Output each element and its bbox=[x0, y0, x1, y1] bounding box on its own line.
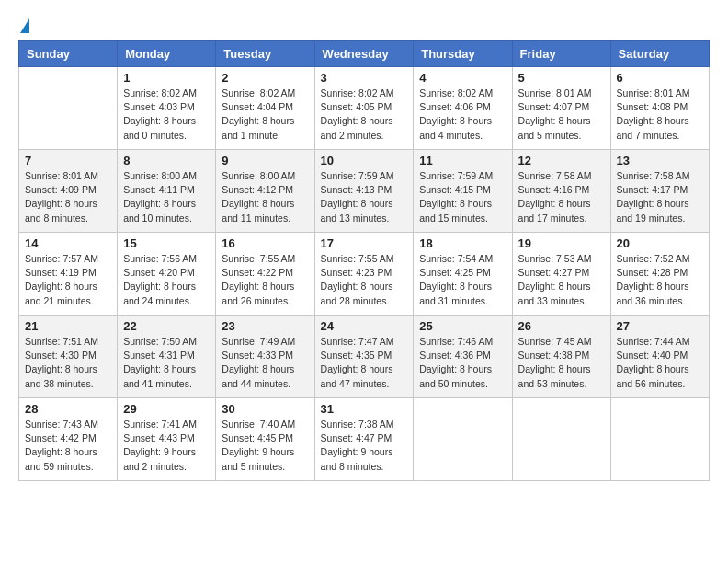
day-info: Sunrise: 8:02 AM Sunset: 4:05 PM Dayligh… bbox=[321, 86, 408, 143]
day-info: Sunrise: 7:59 AM Sunset: 4:13 PM Dayligh… bbox=[321, 169, 408, 225]
calendar-cell: 15Sunrise: 7:56 AM Sunset: 4:20 PM Dayli… bbox=[118, 233, 216, 316]
day-number: 3 bbox=[321, 71, 408, 85]
day-number: 17 bbox=[321, 236, 408, 250]
calendar-cell: 7Sunrise: 8:01 AM Sunset: 4:09 PM Daylig… bbox=[19, 150, 118, 233]
calendar-week-row: 1Sunrise: 8:02 AM Sunset: 4:03 PM Daylig… bbox=[19, 67, 710, 150]
calendar-cell: 19Sunrise: 7:53 AM Sunset: 4:27 PM Dayli… bbox=[512, 233, 610, 316]
calendar-cell: 18Sunrise: 7:54 AM Sunset: 4:25 PM Dayli… bbox=[414, 233, 512, 316]
day-number: 26 bbox=[518, 319, 605, 333]
calendar-cell: 3Sunrise: 8:02 AM Sunset: 4:05 PM Daylig… bbox=[314, 67, 414, 150]
calendar-cell: 30Sunrise: 7:40 AM Sunset: 4:45 PM Dayli… bbox=[216, 398, 314, 481]
calendar-header-tuesday: Tuesday bbox=[216, 41, 314, 67]
calendar-cell bbox=[414, 398, 512, 481]
day-number: 31 bbox=[321, 402, 408, 416]
calendar-cell: 17Sunrise: 7:55 AM Sunset: 4:23 PM Dayli… bbox=[314, 233, 414, 316]
calendar-header-friday: Friday bbox=[512, 41, 610, 67]
day-number: 27 bbox=[617, 319, 703, 333]
calendar-cell: 16Sunrise: 7:55 AM Sunset: 4:22 PM Dayli… bbox=[216, 233, 314, 316]
day-number: 23 bbox=[222, 319, 308, 333]
calendar-cell: 11Sunrise: 7:59 AM Sunset: 4:15 PM Dayli… bbox=[414, 150, 512, 233]
day-number: 12 bbox=[518, 154, 605, 167]
day-number: 16 bbox=[222, 236, 308, 250]
day-number: 11 bbox=[419, 154, 506, 167]
day-number: 30 bbox=[222, 402, 308, 416]
day-info: Sunrise: 8:02 AM Sunset: 4:06 PM Dayligh… bbox=[419, 86, 506, 143]
day-number: 9 bbox=[222, 154, 308, 167]
calendar-header-wednesday: Wednesday bbox=[314, 41, 414, 67]
calendar-cell: 27Sunrise: 7:44 AM Sunset: 4:40 PM Dayli… bbox=[610, 316, 709, 398]
day-info: Sunrise: 7:47 AM Sunset: 4:35 PM Dayligh… bbox=[321, 335, 408, 391]
day-info: Sunrise: 8:00 AM Sunset: 4:11 PM Dayligh… bbox=[123, 169, 210, 225]
logo bbox=[18, 18, 29, 33]
day-number: 10 bbox=[321, 154, 408, 167]
day-number: 6 bbox=[617, 71, 703, 85]
calendar-cell: 22Sunrise: 7:50 AM Sunset: 4:31 PM Dayli… bbox=[118, 316, 216, 398]
day-number: 19 bbox=[518, 236, 605, 250]
day-info: Sunrise: 7:40 AM Sunset: 4:45 PM Dayligh… bbox=[222, 418, 308, 474]
day-number: 1 bbox=[123, 71, 210, 85]
day-info: Sunrise: 7:59 AM Sunset: 4:15 PM Dayligh… bbox=[419, 169, 506, 225]
day-info: Sunrise: 8:02 AM Sunset: 4:03 PM Dayligh… bbox=[123, 86, 210, 143]
calendar-cell: 5Sunrise: 8:01 AM Sunset: 4:07 PM Daylig… bbox=[512, 67, 610, 150]
day-number: 7 bbox=[25, 154, 111, 167]
logo-triangle-icon bbox=[20, 18, 29, 33]
calendar-cell: 9Sunrise: 8:00 AM Sunset: 4:12 PM Daylig… bbox=[216, 150, 314, 233]
calendar-header-sunday: Sunday bbox=[19, 41, 118, 67]
day-info: Sunrise: 7:51 AM Sunset: 4:30 PM Dayligh… bbox=[25, 335, 111, 391]
day-number: 4 bbox=[419, 71, 506, 85]
calendar-cell: 29Sunrise: 7:41 AM Sunset: 4:43 PM Dayli… bbox=[118, 398, 216, 481]
calendar-cell: 4Sunrise: 8:02 AM Sunset: 4:06 PM Daylig… bbox=[414, 67, 512, 150]
day-info: Sunrise: 8:00 AM Sunset: 4:12 PM Dayligh… bbox=[222, 169, 308, 225]
calendar-cell bbox=[610, 398, 709, 481]
day-number: 21 bbox=[25, 319, 111, 333]
day-number: 15 bbox=[123, 236, 210, 250]
calendar-header-row: SundayMondayTuesdayWednesdayThursdayFrid… bbox=[19, 41, 710, 67]
day-info: Sunrise: 7:41 AM Sunset: 4:43 PM Dayligh… bbox=[123, 418, 210, 474]
day-info: Sunrise: 7:52 AM Sunset: 4:28 PM Dayligh… bbox=[617, 252, 703, 308]
day-info: Sunrise: 8:01 AM Sunset: 4:09 PM Dayligh… bbox=[25, 169, 111, 225]
day-info: Sunrise: 7:49 AM Sunset: 4:33 PM Dayligh… bbox=[222, 335, 308, 391]
day-info: Sunrise: 7:50 AM Sunset: 4:31 PM Dayligh… bbox=[123, 335, 210, 391]
calendar-cell: 31Sunrise: 7:38 AM Sunset: 4:47 PM Dayli… bbox=[314, 398, 414, 481]
calendar-cell: 28Sunrise: 7:43 AM Sunset: 4:42 PM Dayli… bbox=[19, 398, 118, 481]
day-info: Sunrise: 8:02 AM Sunset: 4:04 PM Dayligh… bbox=[222, 86, 308, 143]
day-info: Sunrise: 7:58 AM Sunset: 4:16 PM Dayligh… bbox=[518, 169, 605, 225]
day-info: Sunrise: 8:01 AM Sunset: 4:07 PM Dayligh… bbox=[518, 86, 605, 143]
day-info: Sunrise: 7:56 AM Sunset: 4:20 PM Dayligh… bbox=[123, 252, 210, 308]
calendar-week-row: 14Sunrise: 7:57 AM Sunset: 4:19 PM Dayli… bbox=[19, 233, 710, 316]
day-number: 8 bbox=[123, 154, 210, 167]
calendar-cell: 12Sunrise: 7:58 AM Sunset: 4:16 PM Dayli… bbox=[512, 150, 610, 233]
calendar-week-row: 21Sunrise: 7:51 AM Sunset: 4:30 PM Dayli… bbox=[19, 316, 710, 398]
calendar-cell: 20Sunrise: 7:52 AM Sunset: 4:28 PM Dayli… bbox=[610, 233, 709, 316]
day-number: 18 bbox=[419, 236, 506, 250]
calendar-cell: 25Sunrise: 7:46 AM Sunset: 4:36 PM Dayli… bbox=[414, 316, 512, 398]
day-info: Sunrise: 7:55 AM Sunset: 4:23 PM Dayligh… bbox=[321, 252, 408, 308]
day-number: 29 bbox=[123, 402, 210, 416]
calendar-cell: 21Sunrise: 7:51 AM Sunset: 4:30 PM Dayli… bbox=[19, 316, 118, 398]
day-info: Sunrise: 7:45 AM Sunset: 4:38 PM Dayligh… bbox=[518, 335, 605, 391]
calendar-cell: 26Sunrise: 7:45 AM Sunset: 4:38 PM Dayli… bbox=[512, 316, 610, 398]
day-number: 5 bbox=[518, 71, 605, 85]
day-info: Sunrise: 7:58 AM Sunset: 4:17 PM Dayligh… bbox=[617, 169, 703, 225]
day-info: Sunrise: 7:57 AM Sunset: 4:19 PM Dayligh… bbox=[25, 252, 111, 308]
day-number: 25 bbox=[419, 319, 506, 333]
calendar-cell: 24Sunrise: 7:47 AM Sunset: 4:35 PM Dayli… bbox=[314, 316, 414, 398]
calendar-cell: 1Sunrise: 8:02 AM Sunset: 4:03 PM Daylig… bbox=[118, 67, 216, 150]
calendar-cell bbox=[19, 67, 118, 150]
day-info: Sunrise: 7:38 AM Sunset: 4:47 PM Dayligh… bbox=[321, 418, 408, 474]
calendar-week-row: 28Sunrise: 7:43 AM Sunset: 4:42 PM Dayli… bbox=[19, 398, 710, 481]
calendar-cell: 8Sunrise: 8:00 AM Sunset: 4:11 PM Daylig… bbox=[118, 150, 216, 233]
calendar-cell: 23Sunrise: 7:49 AM Sunset: 4:33 PM Dayli… bbox=[216, 316, 314, 398]
day-info: Sunrise: 7:55 AM Sunset: 4:22 PM Dayligh… bbox=[222, 252, 308, 308]
day-info: Sunrise: 8:01 AM Sunset: 4:08 PM Dayligh… bbox=[617, 86, 703, 143]
calendar-header-saturday: Saturday bbox=[610, 41, 709, 67]
day-number: 24 bbox=[321, 319, 408, 333]
calendar-cell: 6Sunrise: 8:01 AM Sunset: 4:08 PM Daylig… bbox=[610, 67, 709, 150]
calendar-cell: 14Sunrise: 7:57 AM Sunset: 4:19 PM Dayli… bbox=[19, 233, 118, 316]
day-info: Sunrise: 7:46 AM Sunset: 4:36 PM Dayligh… bbox=[419, 335, 506, 391]
calendar-cell: 2Sunrise: 8:02 AM Sunset: 4:04 PM Daylig… bbox=[216, 67, 314, 150]
day-number: 13 bbox=[617, 154, 703, 167]
day-number: 2 bbox=[222, 71, 308, 85]
calendar-table: SundayMondayTuesdayWednesdayThursdayFrid… bbox=[18, 40, 710, 481]
page-header bbox=[18, 18, 710, 33]
